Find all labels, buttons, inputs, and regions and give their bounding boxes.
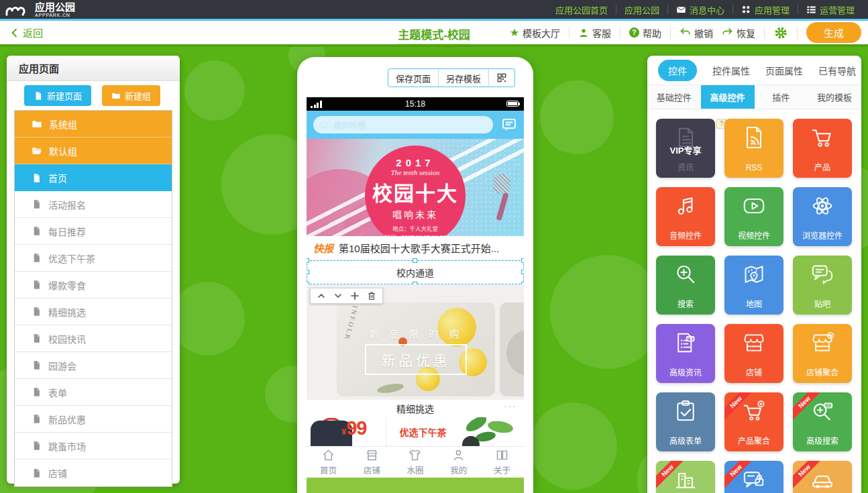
page-item[interactable]: 园游会 (15, 352, 172, 379)
nav-item-store[interactable]: 店铺 (350, 447, 394, 478)
widget-tile-advanced-news[interactable]: 高级资讯 (656, 324, 715, 383)
tab-existing-nav[interactable]: 已有导航 (818, 64, 856, 77)
nav-app-manage-link[interactable]: 应用管理 (733, 3, 798, 16)
nav-operation-link[interactable]: 运营管理 (798, 3, 863, 16)
page-item[interactable]: 活动报名 (15, 191, 172, 218)
widget-tile-private-chat[interactable]: New (724, 461, 783, 493)
tab-widgets[interactable]: 控件 (658, 60, 697, 81)
play-icon (741, 193, 767, 219)
more-dots-icon[interactable]: ··· (504, 400, 517, 411)
page-item[interactable]: 跳蚤市场 (15, 433, 172, 459)
page-title: 主题模式-校园 (398, 25, 470, 44)
widget-label: 资讯 (656, 161, 715, 172)
selected-widget-channel[interactable]: 校内通道 (307, 260, 524, 284)
top-nav: 应用公园首页 应用公园 消息中心 应用管理 运营管理 (547, 0, 863, 19)
price-tag: ¥99 (341, 417, 367, 439)
bg-circle (530, 402, 617, 490)
widget-tile-product-aggregate[interactable]: New 产品聚合 (724, 392, 783, 451)
cart-plus-icon (741, 398, 767, 425)
nav-item-circle[interactable]: 水圈 (394, 447, 437, 478)
selection-handle[interactable] (521, 270, 524, 274)
image-cell[interactable] (459, 417, 524, 446)
subtab-plugins[interactable]: 插件 (755, 85, 808, 109)
page-item[interactable]: 新品优惠 (15, 406, 172, 433)
widget-tile-advanced-search[interactable]: New 高级搜索 (793, 392, 852, 451)
shirt-icon (408, 448, 422, 462)
widget-tile-product[interactable]: 产品 (793, 119, 852, 178)
selection-handle[interactable] (307, 270, 309, 274)
page-item[interactable]: 精细挑选 (15, 298, 172, 325)
subtab-my-templates[interactable]: 我的模板 (808, 85, 861, 109)
page-item[interactable]: 校园快讯 (15, 325, 172, 352)
carousel-slide[interactable]: INFOLK 新 品 限 时 购 新品优惠 (337, 303, 495, 396)
group-item-default[interactable]: 默认组 (15, 138, 172, 164)
widget-tile-map[interactable]: 地图 (724, 256, 783, 315)
widget-tile-browser[interactable]: 浏览器控件 (793, 187, 852, 246)
page-icon (32, 307, 42, 317)
page-item[interactable]: 优选下午茶 (15, 245, 172, 272)
save-page-button[interactable]: 保存页面 (388, 69, 438, 87)
qr-code-button[interactable] (488, 69, 514, 87)
widget-tile-car[interactable]: New (793, 461, 852, 493)
add-widget-button[interactable] (349, 290, 360, 301)
product-cell[interactable]: ¥99 (307, 417, 386, 446)
tab-page-properties[interactable]: 页面属性 (765, 64, 803, 77)
page-icon (32, 414, 42, 424)
leaf-graphic (376, 382, 404, 395)
widget-tile-video[interactable]: 视频控件 (724, 187, 783, 246)
template-hall-button[interactable]: ★模板大厅 (510, 26, 560, 40)
banner-session: The tenth session (365, 169, 466, 176)
battery-icon (506, 101, 519, 107)
redo-button[interactable]: 恢复 (722, 26, 755, 40)
promo-cell[interactable]: 优选下午茶 (386, 417, 459, 446)
page-item[interactable]: 爆款零食 (15, 272, 172, 298)
page-item[interactable]: 每日推荐 (15, 218, 172, 245)
page-item-home-selected[interactable]: 首页 (15, 164, 172, 191)
message-icon[interactable] (501, 117, 517, 133)
subtab-basic-widgets[interactable]: 基础控件 (647, 85, 701, 109)
customer-service-button[interactable]: 客服 (578, 26, 611, 40)
widget-tile-vip-news[interactable]: VIP专享 资讯 ? (656, 119, 715, 178)
nav-home-link[interactable]: 应用公园首页 (547, 3, 616, 16)
page-item[interactable]: 表单 (15, 379, 172, 406)
music-note-icon (672, 193, 699, 219)
widget-label: RSS (724, 163, 783, 172)
back-button[interactable]: 返回 (9, 25, 43, 40)
new-page-button[interactable]: 新建页面 (24, 85, 91, 106)
nav-messages-link[interactable]: 消息中心 (668, 3, 733, 16)
search-input[interactable]: 搜你所想... (313, 116, 493, 133)
banner-title: 校园十大 (365, 177, 466, 207)
widget-tile-shop-aggregate[interactable]: 店铺聚合 (793, 324, 852, 383)
widget-tile-search[interactable]: 搜索 (656, 256, 715, 315)
toolbar-divider (764, 27, 765, 39)
tab-widget-properties[interactable]: 控件属性 (712, 64, 750, 77)
page-item[interactable]: 店铺 (15, 459, 172, 486)
undo-button[interactable]: 撤销 (680, 26, 713, 40)
news-ticker-widget[interactable]: 快报 第10届校园十大歌手大赛正式开始... (307, 236, 524, 260)
widget-tile-shop[interactable]: 店铺 (724, 324, 783, 383)
nav-item-home[interactable]: 首页 (307, 447, 350, 478)
move-up-button[interactable] (316, 290, 327, 301)
new-group-button[interactable]: 新建组 (102, 85, 160, 106)
widget-tile-audio[interactable]: 音频控件 (656, 187, 715, 246)
generate-button[interactable]: 生成 (806, 22, 861, 43)
widget-tile-advanced-form[interactable]: 高级表单 (656, 392, 715, 451)
carousel-widget[interactable]: INFOLK 新 品 限 时 购 新品优惠 (307, 284, 524, 400)
curation-section-widget[interactable]: 精细挑选 ··· ¥99 优选下午茶 (307, 400, 524, 446)
nav-item-about[interactable]: 关于 (480, 447, 524, 478)
nav-park-link[interactable]: 应用公园 (616, 3, 667, 16)
widget-tile-enterprise[interactable]: New (656, 461, 715, 493)
save-as-template-button[interactable]: 另存模板 (438, 69, 488, 87)
group-item-system[interactable]: 系统组 (15, 111, 172, 138)
delete-widget-button[interactable] (366, 290, 377, 301)
page-icon (32, 360, 42, 370)
subtab-advanced-widgets[interactable]: 高级控件 (701, 85, 755, 109)
move-down-button[interactable] (333, 290, 343, 301)
banner-widget[interactable]: 2017 The tenth session 校园十大 唱响未来 地点：千人大礼… (307, 139, 524, 236)
widget-tile-tieba[interactable]: 贴吧 (793, 256, 852, 315)
widget-tile-rss[interactable]: RSS (724, 119, 783, 178)
nav-item-mine[interactable]: 我的 (437, 447, 480, 478)
settings-button[interactable] (773, 25, 788, 40)
carousel-next-slide[interactable] (500, 303, 524, 396)
help-button[interactable]: ?帮助 (629, 26, 661, 40)
